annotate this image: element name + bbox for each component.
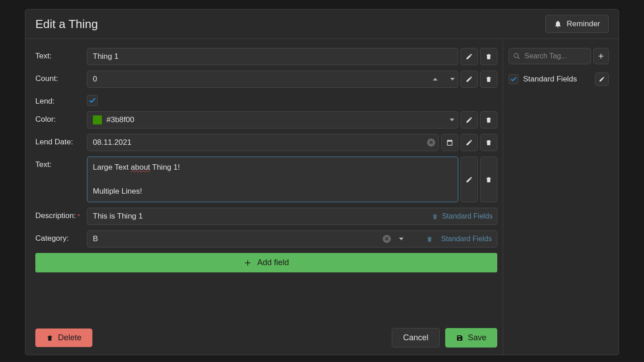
pencil-icon [466, 139, 473, 146]
save-button[interactable]: Save [445, 328, 497, 348]
modal-footer: Delete Cancel Save [35, 322, 497, 350]
category-standard-tag: Standard Fields [441, 235, 492, 243]
plus-icon [244, 259, 252, 267]
field-text1-label: Text: [35, 48, 85, 61]
field-text2-row: Text: Large Text about Thing 1!Multiple … [35, 157, 497, 202]
cancel-button[interactable]: Cancel [392, 328, 440, 348]
caret-down-icon[interactable] [450, 77, 455, 81]
tag-standard-checkbox[interactable] [509, 74, 519, 84]
field-text2-edit-button[interactable] [461, 157, 478, 202]
sidebar: Standard Fields [503, 39, 619, 355]
tag-standard-label: Standard Fields [523, 75, 591, 84]
field-color-picker[interactable]: #3b8f00 [87, 111, 458, 129]
field-count-input[interactable] [87, 71, 458, 88]
trash-icon [432, 213, 438, 220]
trash-icon [485, 53, 492, 60]
add-tag-button[interactable] [593, 48, 609, 64]
field-text1-input[interactable] [87, 48, 458, 65]
cancel-label: Cancel [403, 333, 428, 343]
delete-label: Delete [58, 333, 82, 343]
pencil-icon [466, 116, 473, 124]
caret-down-icon[interactable] [450, 118, 454, 122]
field-color-delete-button[interactable] [480, 111, 497, 129]
clear-icon[interactable]: ✕ [383, 235, 391, 243]
pencil-icon [599, 76, 605, 82]
field-lenddate-label: Lend Date: [35, 134, 85, 147]
field-text1-row: Text: [35, 48, 497, 65]
check-icon [510, 76, 517, 83]
bell-icon [554, 20, 562, 28]
field-lenddate-input[interactable] [87, 134, 439, 151]
field-description-label: Description: [35, 208, 85, 220]
main-column: Text: Count: [25, 39, 503, 355]
pencil-icon [466, 76, 473, 83]
caret-up-icon[interactable] [433, 77, 437, 81]
modal-body: Text: Count: [25, 39, 619, 355]
check-icon [88, 96, 96, 105]
calendar-icon [446, 139, 453, 146]
field-category-label: Category: [35, 230, 85, 243]
field-text1-delete-button[interactable] [480, 48, 497, 65]
trash-icon [426, 236, 433, 243]
field-color-label: Color: [35, 111, 85, 124]
trash-icon [46, 334, 53, 342]
field-text1-edit-button[interactable] [461, 48, 478, 65]
save-label: Save [468, 333, 486, 343]
field-color-row: Color: #3b8f00 [35, 111, 497, 129]
edit-thing-modal: Edit a Thing Reminder Text: [25, 9, 619, 355]
delete-button[interactable]: Delete [35, 329, 92, 347]
trash-icon [485, 139, 492, 146]
trash-icon [485, 76, 492, 83]
field-count-edit-button[interactable] [461, 71, 478, 88]
save-icon [456, 334, 463, 342]
color-swatch-icon [93, 115, 102, 124]
plus-icon [597, 52, 605, 60]
field-lend-checkbox[interactable] [87, 95, 98, 106]
field-text2-textarea[interactable]: Large Text about Thing 1!Multiple Lines! [87, 157, 458, 202]
search-icon [513, 52, 520, 60]
field-description-row: Description: Standard Fields [35, 208, 497, 225]
modal-header: Edit a Thing Reminder [25, 10, 619, 39]
tag-standard-edit-button[interactable] [595, 72, 609, 86]
pencil-icon [466, 53, 473, 60]
field-lenddate-edit-button[interactable] [461, 134, 478, 151]
field-text2-label: Text: [35, 157, 85, 169]
caret-down-icon[interactable] [399, 237, 404, 241]
field-count-delete-button[interactable] [480, 71, 497, 88]
field-count-row: Count: [35, 71, 497, 88]
add-field-button[interactable]: Add field [35, 253, 497, 272]
add-field-label: Add field [257, 258, 289, 267]
search-tag-input[interactable] [509, 48, 591, 64]
clear-icon[interactable]: ✕ [427, 138, 435, 147]
trash-icon [485, 116, 492, 124]
field-text2-delete-button[interactable] [480, 157, 497, 202]
tag-item-standard[interactable]: Standard Fields [509, 71, 609, 88]
trash-icon [485, 176, 492, 183]
pencil-icon [466, 176, 473, 183]
modal-title: Edit a Thing [35, 17, 98, 31]
field-lend-row: Lend: [35, 93, 497, 106]
reminder-label: Reminder [567, 19, 600, 29]
svg-point-0 [514, 53, 518, 57]
field-lenddate-row: Lend Date: ✕ [35, 134, 497, 151]
field-count-label: Count: [35, 71, 85, 83]
field-color-edit-button[interactable] [461, 111, 478, 129]
field-lenddate-calendar-button[interactable] [441, 134, 458, 151]
field-category-row: Category: ✕ Standard Fields [35, 230, 497, 248]
description-standard-tag: Standard Fields [432, 212, 493, 220]
field-lenddate-delete-button[interactable] [480, 134, 497, 151]
reminder-button[interactable]: Reminder [545, 15, 609, 33]
field-lend-label: Lend: [35, 93, 85, 106]
color-hex-text: #3b8f00 [106, 115, 134, 124]
